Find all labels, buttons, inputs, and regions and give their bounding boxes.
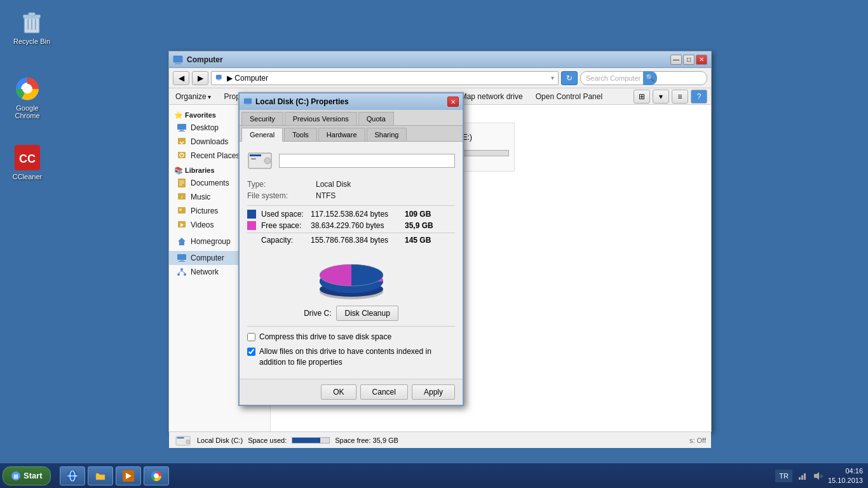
lang-indicator: TR (775, 470, 792, 482)
taskbar-right: TR )))) 04:16 15.10.2013 (775, 466, 868, 485)
recent-label: Recent Places (191, 151, 240, 160)
minimize-button[interactable]: — (670, 55, 682, 65)
close-button[interactable]: ✕ (696, 55, 707, 65)
taskbar-items (58, 465, 776, 487)
network-icon (177, 267, 187, 277)
used-label: Used space: (261, 210, 306, 219)
disk-name-input[interactable] (279, 154, 455, 168)
tab-sharing[interactable]: Sharing (367, 128, 407, 141)
downloads-label: Downloads (191, 137, 228, 146)
used-space-row: Used space: 117.152.538.624 bytes 109 GB (247, 210, 455, 219)
taskbar-ie[interactable] (60, 466, 85, 485)
start-icon: ⊞ (11, 471, 21, 481)
back-button[interactable]: ◀ (173, 71, 189, 85)
svg-rect-16 (177, 124, 186, 130)
svg-text:♪: ♪ (180, 194, 183, 200)
computer-title-icon (173, 55, 183, 65)
svg-rect-17 (180, 130, 184, 131)
explorer-toolbar: ◀ ▶ ▶ Computer ▾ ↻ Search Computer 🔍 (169, 68, 711, 88)
free-color (247, 221, 256, 230)
svg-marker-78 (814, 472, 819, 480)
svg-point-52 (186, 440, 190, 444)
help-button[interactable]: ? (691, 90, 707, 104)
svg-text:CC: CC (19, 152, 36, 165)
speaker-icon: )))) (813, 471, 823, 481)
view-dropdown-button[interactable]: ▾ (653, 90, 669, 104)
tab-hardware[interactable]: Hardware (318, 128, 365, 141)
svg-rect-34 (180, 260, 184, 261)
svg-rect-54 (246, 104, 249, 105)
capacity-human: 145 GB (405, 236, 431, 245)
dialog-close-button[interactable]: ✕ (447, 97, 459, 107)
svg-rect-35 (179, 261, 185, 262)
svg-line-40 (182, 271, 185, 273)
maximize-button[interactable]: □ (683, 55, 695, 65)
details-button[interactable]: ≡ (672, 90, 688, 104)
index-checkbox[interactable] (247, 348, 255, 356)
address-bar-icon (215, 74, 224, 83)
tab-previous-versions[interactable]: Previous Versions (285, 112, 357, 125)
network-tray-icon (797, 471, 808, 481)
pictures-label: Pictures (191, 207, 218, 215)
search-button[interactable]: 🔍 (643, 71, 657, 85)
desktop-icon (177, 123, 187, 133)
control-panel-menu[interactable]: Open Control Panel (533, 91, 605, 102)
pie-chart (313, 252, 390, 303)
filesystem-value: NTFS (316, 191, 455, 200)
properties-dialog: Local Disk (C:) Properties ✕ Security Pr… (238, 92, 464, 406)
folder-taskbar-icon (95, 470, 106, 482)
compress-checkbox[interactable] (247, 333, 255, 341)
svg-text:)))): )))) (820, 474, 823, 478)
computer-sidebar-icon (177, 253, 187, 263)
forward-button[interactable]: ▶ (192, 71, 208, 85)
address-bar[interactable]: ▶ Computer ▾ (211, 71, 559, 85)
tab-tools[interactable]: Tools (284, 128, 317, 141)
svg-rect-13 (175, 64, 181, 64)
separator-2 (247, 233, 455, 233)
videos-icon (177, 220, 187, 230)
taskbar-folder[interactable] (88, 466, 113, 485)
filesystem-label: File system: (247, 191, 311, 200)
svg-point-36 (180, 268, 183, 271)
free-bytes: 38.634.229.760 bytes (311, 221, 400, 230)
disk-header (247, 149, 455, 172)
separator-3 (247, 326, 455, 327)
svg-rect-76 (801, 475, 803, 480)
status-space-free: Space free: 35,9 GB (335, 437, 398, 444)
svg-point-37 (177, 273, 180, 276)
status-bar-used (292, 437, 330, 444)
svg-point-8 (24, 85, 31, 93)
taskbar-media[interactable] (116, 466, 141, 485)
ccleaner-icon[interactable]: CC CCleaner (5, 145, 50, 180)
cancel-button[interactable]: Cancel (360, 384, 408, 400)
index-label[interactable]: Allow files on this drive to have conten… (259, 346, 455, 368)
separator-1 (247, 205, 455, 206)
disk-cleanup-button[interactable]: Disk Cleanup (336, 306, 398, 321)
recycle-bin-icon[interactable]: Recycle Bin (10, 10, 54, 45)
tab-general[interactable]: General (241, 128, 283, 142)
svg-rect-56 (250, 154, 261, 156)
capacity-row: Capacity: 155.786.768.384 bytes 145 GB (247, 236, 455, 245)
tab-security[interactable]: Security (241, 112, 283, 125)
dialog-title: Local Disk (C:) Properties (255, 97, 447, 106)
organize-menu[interactable]: Organize (173, 91, 214, 102)
address-dropdown[interactable]: ▾ (551, 74, 554, 81)
google-chrome-icon[interactable]: Google Chrome (5, 76, 50, 119)
svg-rect-2 (29, 13, 35, 16)
svg-rect-12 (176, 62, 180, 64)
tab-quota[interactable]: Quota (358, 112, 394, 125)
apply-button[interactable]: Apply (412, 384, 455, 400)
ok-button[interactable]: OK (321, 384, 356, 400)
chrome-label: Google Chrome (5, 104, 50, 119)
dialog-body: Type: Local Disk File system: NTFS Used … (240, 142, 463, 379)
start-button[interactable]: ⊞ Start (3, 466, 51, 485)
taskbar-chrome[interactable] (144, 466, 169, 485)
compress-label[interactable]: Compress this drive to save disk space (259, 332, 391, 342)
status-drive-icon (174, 433, 192, 447)
refresh-button[interactable]: ↻ (561, 71, 578, 85)
pictures-icon (177, 206, 187, 216)
view-mode-button[interactable]: ⊞ (634, 90, 650, 104)
computer-label: Computer (191, 254, 224, 262)
map-network-menu[interactable]: Map network drive (458, 91, 526, 102)
svg-rect-29 (178, 207, 186, 214)
